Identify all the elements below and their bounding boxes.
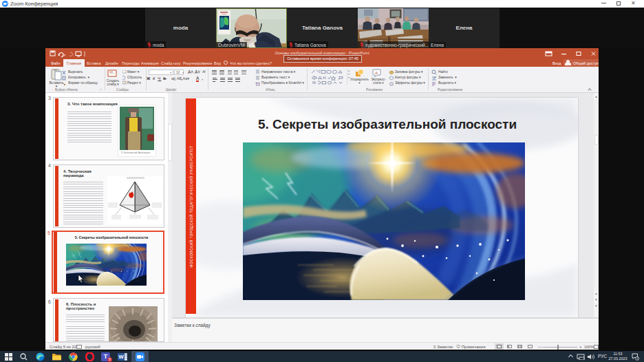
svg-text:А: А (375, 71, 378, 75)
